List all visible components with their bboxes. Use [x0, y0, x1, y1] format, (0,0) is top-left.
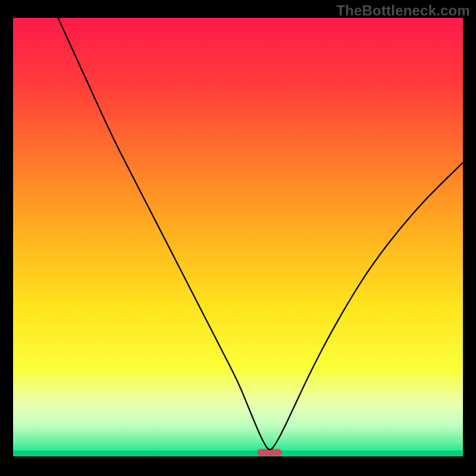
bottom-green-band [13, 450, 463, 456]
gradient-background [13, 18, 463, 456]
watermark-text: TheBottleneck.com [336, 2, 470, 19]
plot-area [13, 18, 463, 456]
chart-frame: TheBottleneck.com [0, 0, 476, 476]
chart-svg [13, 18, 463, 456]
